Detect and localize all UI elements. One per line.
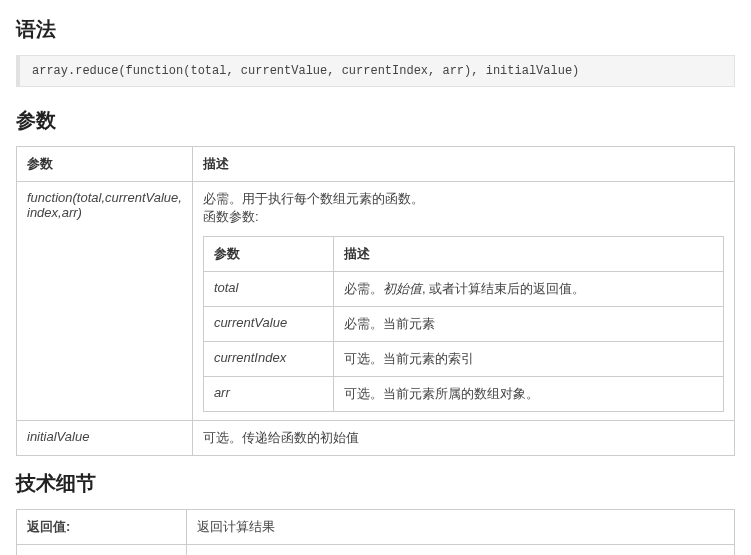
inner-col-desc: 描述: [333, 237, 723, 272]
text: 必需。当前元素: [344, 316, 435, 331]
text: 可选。当前元素所属的数组对象。: [344, 386, 539, 401]
params-heading: 参数: [16, 107, 735, 134]
inner-param-name: total: [203, 272, 333, 307]
table-row: 返回值: 返回计算结果: [17, 510, 735, 545]
inner-param-name: currentValue: [203, 307, 333, 342]
tech-value: ECMAScript 3: [187, 545, 735, 556]
inner-param-name: currentIndex: [203, 342, 333, 377]
param-desc: 必需。用于执行每个数组元素的函数。 函数参数: 参数 描述 total 必需。初…: [192, 182, 734, 421]
syntax-heading: 语法: [16, 16, 735, 43]
param-name: function(total,currentValue, index,arr): [17, 182, 193, 421]
table-row: initialValue 可选。传递给函数的初始值: [17, 421, 735, 456]
params-table: 参数 描述 function(total,currentValue, index…: [16, 146, 735, 456]
table-row: total 必需。初始值, 或者计算结束后的返回值。: [203, 272, 723, 307]
text: 可选。当前元素的索引: [344, 351, 474, 366]
inner-param-name: arr: [203, 377, 333, 412]
inner-params-table: 参数 描述 total 必需。初始值, 或者计算结束后的返回值。 current…: [203, 236, 724, 412]
params-col-param: 参数: [17, 147, 193, 182]
tech-label: JavaScript 版本:: [17, 545, 187, 556]
inner-param-desc: 必需。初始值, 或者计算结束后的返回值。: [333, 272, 723, 307]
table-row: currentValue 必需。当前元素: [203, 307, 723, 342]
tech-value: 返回计算结果: [187, 510, 735, 545]
inner-col-param: 参数: [203, 237, 333, 272]
table-row: arr 可选。当前元素所属的数组对象。: [203, 377, 723, 412]
param-desc-line1: 必需。用于执行每个数组元素的函数。: [203, 191, 424, 206]
table-row: JavaScript 版本: ECMAScript 3: [17, 545, 735, 556]
text: 必需。: [344, 281, 383, 296]
param-name: initialValue: [17, 421, 193, 456]
params-col-desc: 描述: [192, 147, 734, 182]
inner-param-desc: 可选。当前元素所属的数组对象。: [333, 377, 723, 412]
table-row: function(total,currentValue, index,arr) …: [17, 182, 735, 421]
inner-param-desc: 可选。当前元素的索引: [333, 342, 723, 377]
tech-table: 返回值: 返回计算结果 JavaScript 版本: ECMAScript 3: [16, 509, 735, 555]
param-desc: 可选。传递给函数的初始值: [192, 421, 734, 456]
table-row: currentIndex 可选。当前元素的索引: [203, 342, 723, 377]
italic-text: 初始值: [383, 281, 422, 296]
param-desc-line2: 函数参数:: [203, 209, 259, 224]
text: , 或者计算结束后的返回值。: [422, 281, 585, 296]
tech-heading: 技术细节: [16, 470, 735, 497]
inner-param-desc: 必需。当前元素: [333, 307, 723, 342]
syntax-code: array.reduce(function(total, currentValu…: [16, 55, 735, 87]
tech-label: 返回值:: [17, 510, 187, 545]
